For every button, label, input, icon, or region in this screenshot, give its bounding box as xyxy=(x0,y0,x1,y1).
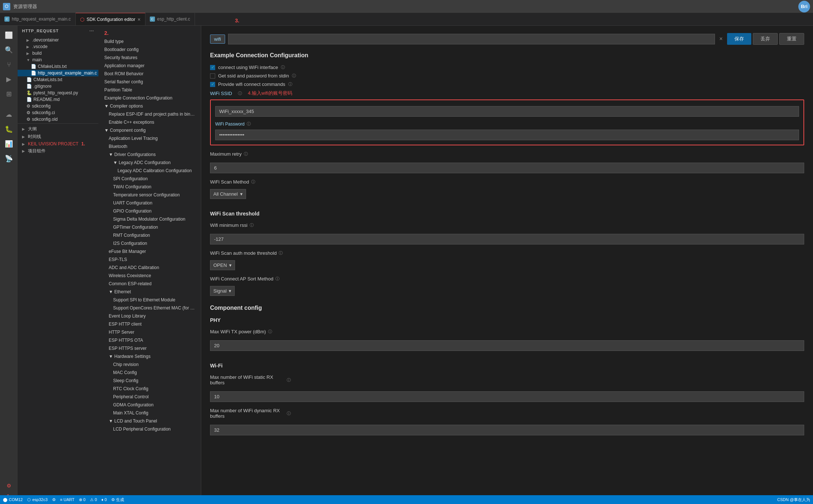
tree-devcontainer[interactable]: ▶.devcontainer xyxy=(18,37,98,43)
config-example-conn[interactable]: Example Connection Configuration xyxy=(98,94,201,102)
tab-http-request[interactable]: C http_request_example_main.c xyxy=(0,13,76,25)
config-gptimer[interactable]: GPTimer Configuration xyxy=(98,223,201,231)
config-temp-sensor[interactable]: Temperature sensor Configuration xyxy=(98,191,201,199)
wifi-scan-info-icon[interactable]: ⓘ xyxy=(251,179,255,185)
config-esp-https-ota[interactable]: ESP HTTPS OTA xyxy=(98,336,201,344)
config-i2s[interactable]: I2S Configuration xyxy=(98,239,201,247)
wifi-ssid-input[interactable] xyxy=(215,106,799,117)
search-input[interactable] xyxy=(228,34,715,44)
info-icon-1[interactable]: ⓘ xyxy=(281,65,285,70)
sort-method-info[interactable]: ⓘ xyxy=(275,276,279,282)
tree-pytest[interactable]: 🐍pytest_http_request.py xyxy=(18,90,98,96)
discard-button[interactable]: 丢弃 xyxy=(753,33,778,45)
config-lcd-peripheral[interactable]: LCD Peripheral Configuration xyxy=(98,425,201,433)
tree-cmakelists-main[interactable]: 📄CMakeLists.txt xyxy=(18,63,98,70)
tab-sdk-config[interactable]: ⬡ SDK Configuration editor × xyxy=(76,13,145,25)
config-app-manager[interactable]: Application manager xyxy=(98,62,201,70)
config-boot-rom[interactable]: Boot ROM Behavior xyxy=(98,70,201,78)
tree-sdkconfig-ci[interactable]: ⚙sdkconfig.ci xyxy=(18,109,98,116)
tx-power-info[interactable]: ⓘ xyxy=(268,329,272,334)
wifi-password-input[interactable] xyxy=(215,130,799,140)
max-static-rx-input[interactable] xyxy=(210,391,804,402)
tree-vscode[interactable]: ▶.vscode xyxy=(18,43,98,50)
config-spi[interactable]: SPI Configuration xyxy=(98,175,201,183)
tree-cmakelists[interactable]: 📄CMakeLists.txt xyxy=(18,76,98,83)
config-lcd-touch[interactable]: ▼ LCD and Touch Panel xyxy=(98,417,201,425)
sidebar-menu-dots[interactable]: ··· xyxy=(90,29,94,33)
activity-esp[interactable]: ☁ xyxy=(2,108,15,121)
config-chip-revision[interactable]: Chip revision xyxy=(98,360,201,369)
config-esp-tls[interactable]: ESP-TLS xyxy=(98,255,201,264)
ssid-info-icon[interactable]: ⓘ xyxy=(238,91,242,96)
config-replace-paths[interactable]: Replace ESP-IDF and project paths in bin… xyxy=(98,110,201,118)
checkbox-icon-3[interactable]: ✓ xyxy=(210,82,215,87)
config-common-esp[interactable]: Common ESP-related xyxy=(98,280,201,288)
config-app-tracing[interactable]: Application Level Tracing xyxy=(98,134,201,142)
activity-monitor[interactable]: 📊 xyxy=(2,137,15,151)
config-driver-config[interactable]: ▼ Driver Configurations xyxy=(98,151,201,159)
config-efuse[interactable]: eFuse Bit Manager xyxy=(98,247,201,255)
activity-scm[interactable]: ⑂ xyxy=(2,58,15,71)
tree-build[interactable]: ▶build xyxy=(18,50,98,57)
sort-method-select[interactable]: Signal ▾ xyxy=(210,286,235,296)
config-ethernet[interactable]: ▼ Ethernet xyxy=(98,288,201,296)
tree-outline[interactable]: ▶大纲 xyxy=(18,125,98,133)
config-legacy-adc-cal[interactable]: Legacy ADC Calibration Configuration xyxy=(98,167,201,175)
min-rssi-info[interactable]: ⓘ xyxy=(250,222,254,228)
config-rmt[interactable]: RMT Configuration xyxy=(98,231,201,239)
config-sigma-delta[interactable]: Sigma Delta Modulator Configuration xyxy=(98,215,201,223)
status-settings-icon[interactable]: ⚙ xyxy=(52,497,56,502)
tab-close-button[interactable]: × xyxy=(138,17,141,22)
max-tx-power-input[interactable] xyxy=(210,340,804,351)
config-legacy-adc[interactable]: ▼ Legacy ADC Configuration xyxy=(98,159,201,167)
tree-readme[interactable]: 📄README.md xyxy=(18,96,98,103)
activity-settings[interactable]: ⚙ 1. xyxy=(2,479,15,492)
wifi-scan-select[interactable]: All Channel ▾ xyxy=(210,189,246,199)
config-bootloader[interactable]: Bootloader config xyxy=(98,46,201,54)
tree-main[interactable]: ▼main xyxy=(18,57,98,63)
config-serial-flasher[interactable]: Serial flasher config xyxy=(98,78,201,86)
config-esp-http[interactable]: ESP HTTP client xyxy=(98,320,201,328)
dynamic-rx-info[interactable]: ⓘ xyxy=(287,411,291,416)
max-retry-input[interactable] xyxy=(210,163,804,173)
tree-gitignore[interactable]: 📄.gitignore xyxy=(18,83,98,90)
config-cpp-exceptions[interactable]: Enable C++ exceptions xyxy=(98,118,201,126)
config-event-loop[interactable]: Event Loop Library xyxy=(98,312,201,320)
activity-bug[interactable]: 🐛 xyxy=(2,123,15,136)
status-com[interactable]: ⬤ COM12 xyxy=(3,497,23,502)
config-http-server[interactable]: HTTP Server xyxy=(98,328,201,336)
tree-timeline[interactable]: ▶时间线 xyxy=(18,133,98,141)
search-clear-button[interactable]: × xyxy=(718,34,724,44)
status-warnings[interactable]: ⚠ 0 xyxy=(90,497,97,502)
tree-sdkconfig[interactable]: ⚙sdkconfig xyxy=(18,103,98,109)
min-rssi-input[interactable] xyxy=(210,234,804,244)
activity-search[interactable]: 🔍 xyxy=(2,43,15,57)
config-component-config[interactable]: ▼ Component config xyxy=(98,126,201,134)
status-items[interactable]: ♦ 0 xyxy=(101,497,107,502)
config-partition[interactable]: Partition Table xyxy=(98,86,201,94)
status-chip[interactable]: ⬡ esp32c3 xyxy=(27,497,48,502)
tree-main-c[interactable]: 📄http_request_example_main.c xyxy=(18,70,98,76)
config-spi-eth[interactable]: Support SPI to Ethernet Module xyxy=(98,296,201,304)
avatar[interactable]: Bri xyxy=(798,1,810,12)
max-dynamic-rx-input[interactable] xyxy=(210,425,804,435)
password-info-icon[interactable]: ⓘ xyxy=(247,121,251,127)
tree-keil[interactable]: ▶KEIL UVISION PROJECT 1. xyxy=(18,141,98,147)
info-icon-2[interactable]: ⓘ xyxy=(292,73,296,79)
config-build-type[interactable]: Build type xyxy=(98,37,201,46)
config-main-xtal[interactable]: Main XTAL Config xyxy=(98,409,201,417)
activity-run[interactable]: ▶ xyxy=(2,73,15,86)
config-rtc-clock[interactable]: RTC Clock Config xyxy=(98,385,201,393)
config-hardware-settings[interactable]: ▼ Hardware Settings xyxy=(98,352,201,360)
config-mac-config[interactable]: MAC Config xyxy=(98,369,201,377)
tree-project[interactable]: ▶项目组件 xyxy=(18,147,98,155)
activity-rss[interactable]: 📡 xyxy=(2,152,15,165)
static-rx-info[interactable]: ⓘ xyxy=(287,377,291,383)
config-wireless-coex[interactable]: Wireless Coexistence xyxy=(98,272,201,280)
config-esp-https-server[interactable]: ESP HTTPS server xyxy=(98,344,201,352)
config-adc[interactable]: ADC and ADC Calibration xyxy=(98,264,201,272)
config-gpio[interactable]: GPIO Configuration xyxy=(98,207,201,215)
config-gdma[interactable]: GDMA Configuration xyxy=(98,401,201,409)
scan-auth-select[interactable]: OPEN ▾ xyxy=(210,260,235,270)
tree-sdkconfig-old[interactable]: ⚙sdkconfig.old xyxy=(18,116,98,123)
